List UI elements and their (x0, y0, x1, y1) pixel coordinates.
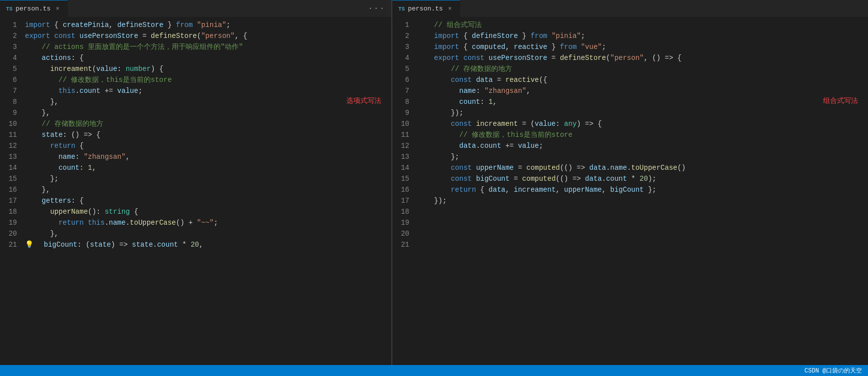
line-number: 10 (398, 118, 409, 129)
line-number: 8 (6, 96, 17, 107)
code-line: return { (25, 140, 381, 151)
code-line: const bigCount = computed(() => data.cou… (417, 173, 858, 184)
right-code-area: 123456789101112131415161718192021 组合式写法 … (392, 17, 868, 365)
line-number: 17 (398, 195, 409, 206)
line-number: 8 (398, 96, 409, 107)
code-line: actions: { (25, 52, 381, 63)
line-number: 9 (398, 107, 409, 118)
line-number: 18 (398, 206, 409, 217)
code-line: import { computed, reactive } from "vue"… (417, 41, 858, 52)
line-number: 14 (6, 162, 17, 173)
left-tab-more[interactable]: ··· (362, 4, 391, 13)
line-number: 7 (6, 85, 17, 96)
left-tab-label: person.ts (15, 5, 50, 12)
code-line: count: 1, (25, 162, 381, 173)
code-line: }; (417, 151, 858, 162)
editor-container: TS person.ts × ··· 123456789101112131415… (0, 0, 868, 365)
code-line: const increament = (value: any) => { (417, 118, 858, 129)
code-line: const upperName = computed(() => data.na… (417, 162, 858, 173)
code-line: }); (417, 107, 858, 118)
code-line: data.count += value; (417, 140, 858, 151)
line-number: 6 (6, 74, 17, 85)
right-tab-label: person.ts (408, 5, 443, 12)
left-line-numbers: 123456789101112131415161718192021 (0, 19, 25, 365)
line-number: 19 (398, 217, 409, 228)
line-number: 5 (6, 63, 17, 74)
line-number: 11 (6, 129, 17, 140)
code-line: this.count += value; (25, 85, 381, 96)
line-number: 16 (398, 184, 409, 195)
line-number: 2 (6, 30, 17, 41)
line-number: 20 (6, 228, 17, 239)
line-number: 13 (398, 151, 409, 162)
code-line: export const usePersonStore = defineStor… (25, 30, 381, 41)
code-line: // 修改数据，this是当前的store (417, 129, 858, 140)
code-line: }, (25, 96, 381, 107)
line-number: 4 (6, 52, 17, 63)
right-editor-pane: TS person.ts × 1234567891011121314151617… (392, 0, 868, 365)
code-line: export const usePersonStore = defineStor… (417, 52, 858, 63)
line-number: 15 (398, 173, 409, 184)
code-line: // 组合式写法 (417, 19, 858, 30)
code-line: }, (25, 228, 381, 239)
line-number: 19 (6, 217, 17, 228)
right-tab-bar: TS person.ts × (392, 0, 868, 17)
line-number: 18 (6, 206, 17, 217)
line-number: 21 (398, 239, 409, 250)
line-number: 5 (398, 63, 409, 74)
line-number: 20 (398, 228, 409, 239)
code-line: name: "zhangsan", (25, 151, 381, 162)
code-line: const data = reactive({ (417, 74, 858, 85)
code-line: upperName(): string { (25, 206, 381, 217)
left-code-area: 123456789101112131415161718192021 选项式写法 … (0, 17, 391, 365)
code-line: // 存储数据的地方 (25, 118, 381, 129)
line-number: 6 (398, 74, 409, 85)
line-number: 1 (398, 19, 409, 30)
code-line: return { data, increament, upperName, bi… (417, 184, 858, 195)
watermark: CSDN @口袋の的天空 (805, 367, 862, 375)
line-number: 11 (398, 129, 409, 140)
left-editor-pane: TS person.ts × ··· 123456789101112131415… (0, 0, 392, 365)
line-number: 3 (6, 41, 17, 52)
code-line: getters: { (25, 195, 381, 206)
left-tab-person-ts[interactable]: TS person.ts × (0, 0, 68, 17)
code-line: name: "zhangsan", (417, 85, 858, 96)
code-line: }, (25, 107, 381, 118)
line-number: 21 (6, 239, 17, 250)
line-number: 1 (6, 19, 17, 30)
code-line: state: () => { (25, 129, 381, 140)
right-line-numbers: 123456789101112131415161718192021 (392, 19, 417, 365)
line-number: 2 (398, 30, 409, 41)
line-number: 10 (6, 118, 17, 129)
line-number: 12 (398, 140, 409, 151)
line-number: 17 (6, 195, 17, 206)
line-number: 14 (398, 162, 409, 173)
code-line: }); (417, 195, 858, 206)
line-number: 3 (398, 41, 409, 52)
line-number: 9 (6, 107, 17, 118)
code-line: }, (25, 184, 381, 195)
code-line: // 存储数据的地方 (417, 63, 858, 74)
code-line: count: 1, (417, 96, 858, 107)
line-number: 16 (6, 184, 17, 195)
left-tab-close[interactable]: × (53, 5, 61, 13)
line-number: 12 (6, 140, 17, 151)
code-line: import { defineStore } from "pinia"; (417, 30, 858, 41)
code-line: }; (25, 173, 381, 184)
code-line: return this.name.toUpperCase() + "~~"; (25, 217, 381, 228)
right-code-content: 组合式写法 // 组合式写法 import { defineStore } fr… (417, 19, 868, 365)
line-number: 13 (6, 151, 17, 162)
left-code-content: 选项式写法 import { createPinia, defineStore … (25, 19, 391, 365)
ts-file-icon-right: TS (398, 6, 405, 12)
bottom-bar: CSDN @口袋の的天空 (0, 365, 868, 376)
code-line: increament(value: number) { (25, 63, 381, 74)
code-line: // 修改数据，this是当前的store (25, 74, 381, 85)
line-number: 15 (6, 173, 17, 184)
line-number: 4 (398, 52, 409, 63)
right-tab-person-ts[interactable]: TS person.ts × (392, 0, 460, 17)
code-line: 💡 bigCount: (state) => state.count * 20, (25, 239, 381, 250)
code-line: import { createPinia, defineStore } from… (25, 19, 381, 30)
right-tab-close[interactable]: × (446, 5, 454, 13)
ts-file-icon: TS (6, 6, 12, 12)
code-line: // actions 里面放置的是一个个方法，用于响应组件的"动作" (25, 41, 381, 52)
